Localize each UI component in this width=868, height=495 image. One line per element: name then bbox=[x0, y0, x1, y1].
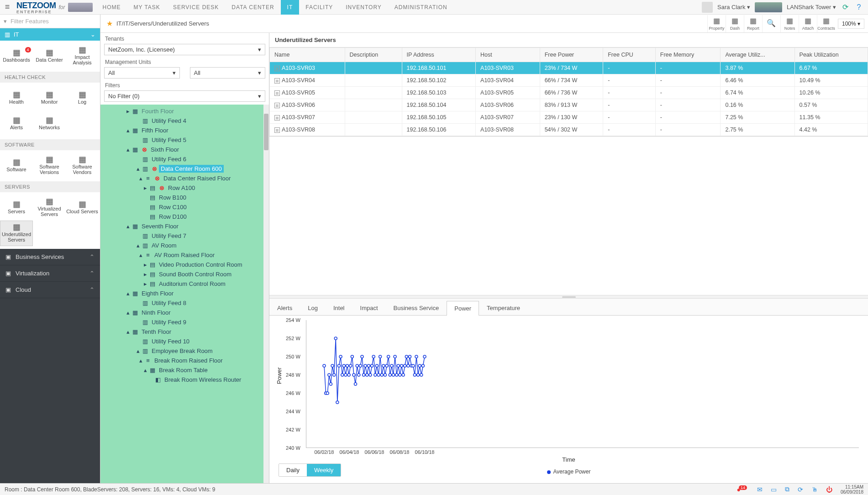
tree-node[interactable]: ▸▤Video Production Control Room bbox=[102, 260, 269, 269]
tree-node[interactable]: ▸▤Auditorium Control Room bbox=[102, 279, 269, 289]
tree-node[interactable]: ▴▦⊗Sixth Floor bbox=[102, 145, 269, 154]
sidebar-item-log[interactable]: ▦Log bbox=[66, 85, 99, 111]
tree-node[interactable]: ▥Utility Feed 7 bbox=[102, 231, 269, 241]
table-row[interactable]: A103-SVR06192.168.50.104A103-SVR0683% / … bbox=[270, 99, 868, 111]
location-dropdown[interactable]: LANShark Tower ▾ bbox=[787, 4, 836, 11]
nav-home[interactable]: HOME bbox=[96, 0, 127, 15]
col-header[interactable]: Description bbox=[345, 48, 402, 62]
tree-node[interactable]: ▴▦Tenth Floor bbox=[102, 327, 269, 337]
tree-node[interactable]: ▥Utility Feed 5 bbox=[102, 135, 269, 145]
nav-data-center[interactable]: DATA CENTER bbox=[225, 0, 280, 15]
toolbar-dash[interactable]: ▦Dash bbox=[726, 15, 744, 32]
sidebar-item-alerts[interactable]: ▦Alerts bbox=[0, 111, 33, 137]
help-icon[interactable]: ? bbox=[854, 3, 863, 12]
tab-temperature[interactable]: Temperature bbox=[479, 300, 528, 315]
tree-node[interactable]: ▸▦Fourth Floor bbox=[102, 106, 269, 116]
tree-node[interactable]: ▤Row D100 bbox=[102, 212, 269, 221]
tab-intel[interactable]: Intel bbox=[326, 300, 352, 315]
sidebar-item-cloud-servers[interactable]: ▦Cloud Servers bbox=[66, 195, 99, 221]
table-row[interactable]: A103-SVR07192.168.50.105A103-SVR0723% / … bbox=[270, 111, 868, 124]
nav-administration[interactable]: ADMINISTRATION bbox=[388, 0, 454, 15]
sidebar-dark-cloud[interactable]: ▣Cloud⌃ bbox=[0, 282, 100, 298]
nav-service-desk[interactable]: SERVICE DESK bbox=[167, 0, 225, 15]
sidebar-dark-business-services[interactable]: ▣Business Services⌃ bbox=[0, 249, 100, 265]
tab-log[interactable]: Log bbox=[300, 300, 326, 315]
table-row[interactable]: A103-SVR08192.168.50.106A103-SVR0854% / … bbox=[270, 124, 868, 136]
toolbar-search[interactable]: 🔍 bbox=[762, 15, 780, 32]
nav-it[interactable]: IT bbox=[281, 0, 300, 15]
tree-node[interactable]: ▴▦Fifth Floor bbox=[102, 126, 269, 135]
tree-node[interactable]: ▴≡AV Room Raised Floor bbox=[102, 250, 269, 260]
filter-features-input[interactable]: ▾ Filter Features bbox=[0, 15, 100, 28]
sidebar-item-software-versions[interactable]: ▦Software Versions bbox=[33, 153, 66, 179]
nav-my-task[interactable]: MY TASK bbox=[127, 0, 167, 15]
col-header[interactable]: IP Address bbox=[402, 48, 475, 62]
mouse-icon[interactable]: 🖱 bbox=[811, 486, 818, 493]
tree-node[interactable]: ▥Utility Feed 8 bbox=[102, 298, 269, 308]
nav-facility[interactable]: FACILITY bbox=[299, 0, 339, 15]
user-name-dropdown[interactable]: Sara Clark ▾ bbox=[717, 4, 750, 11]
tree-node[interactable]: ▤Row C100 bbox=[102, 202, 269, 212]
tree-node[interactable]: ▴≡Break Room Raised Floor bbox=[102, 356, 269, 365]
tree-node[interactable]: ▸▤Sound Booth Control Room bbox=[102, 269, 269, 279]
tree-node[interactable]: ▥Utility Feed 6 bbox=[102, 154, 269, 164]
toolbar-contracts[interactable]: ▦Contracts bbox=[817, 15, 835, 32]
tree-node[interactable]: ▴▥Employee Break Room bbox=[102, 346, 269, 356]
tree-node[interactable]: ▴▦Break Room Table bbox=[102, 365, 269, 375]
toolbar-property[interactable]: ▦Property bbox=[707, 15, 726, 32]
sidebar-dark-virtualization[interactable]: ▣Virtualization⌃ bbox=[0, 265, 100, 282]
tab-power[interactable]: Power bbox=[447, 301, 479, 316]
col-header[interactable]: Average Utiliz... bbox=[721, 48, 794, 62]
range-weekly[interactable]: Weekly bbox=[307, 464, 341, 476]
table-row[interactable]: A103-SVR03192.168.50.101A103-SVR0323% / … bbox=[270, 62, 868, 74]
menu-toggle-icon[interactable]: ≡ bbox=[0, 2, 15, 12]
sidebar-dashboards[interactable]: ▦4Dashboards bbox=[0, 43, 33, 69]
tree-node[interactable]: ▴▦Ninth Floor bbox=[102, 308, 269, 317]
col-header[interactable]: Name bbox=[270, 48, 345, 62]
table-row[interactable]: A103-SVR05192.168.50.103A103-SVR0566% / … bbox=[270, 87, 868, 99]
nav-inventory[interactable]: INVENTORY bbox=[339, 0, 388, 15]
tree-scrollbar[interactable] bbox=[263, 105, 269, 483]
sidebar-impact-analysis[interactable]: ▦Impact Analysis bbox=[66, 43, 99, 69]
power-icon[interactable]: ⏻ bbox=[826, 486, 832, 493]
filter-select[interactable]: No Filter (0)▾ bbox=[104, 90, 265, 102]
tree-node[interactable]: ▴▦Seventh Floor bbox=[102, 221, 269, 231]
toolbar-report[interactable]: ▦Report bbox=[744, 15, 762, 32]
zoom-level[interactable]: 100% ▾ bbox=[838, 19, 864, 29]
toolbar-notes[interactable]: ▦Notes bbox=[780, 15, 799, 32]
tab-alerts[interactable]: Alerts bbox=[269, 300, 300, 315]
tree-node[interactable]: ▴▦Eighth Floor bbox=[102, 289, 269, 298]
tenant-select[interactable]: NetZoom, Inc. (Licensee)▾ bbox=[104, 44, 265, 55]
sidebar-item-underutilized-servers[interactable]: ▦Underutilized Servers bbox=[0, 221, 33, 246]
user-avatar[interactable] bbox=[702, 2, 713, 13]
sidebar-item-health[interactable]: ▦Health bbox=[0, 85, 33, 111]
tree-node[interactable]: ▥Utility Feed 4 bbox=[102, 116, 269, 126]
refresh-icon[interactable]: ⟳ bbox=[841, 3, 850, 12]
tree-node[interactable]: ▸▤⊗Row A100 bbox=[102, 183, 269, 193]
col-header[interactable]: Free CPU bbox=[603, 48, 656, 62]
sidebar-item-monitor[interactable]: ▦Monitor bbox=[33, 85, 66, 111]
sidebar-item-servers[interactable]: ▦Servers bbox=[0, 195, 33, 221]
mu-select-1[interactable]: All▾ bbox=[104, 67, 180, 79]
col-header[interactable]: Peak Utilization bbox=[794, 48, 868, 62]
sidebar-item-software-vendors[interactable]: ▦Software Vendors bbox=[66, 153, 99, 179]
toolbar-attach[interactable]: ▦Attach bbox=[799, 15, 817, 32]
tree-node[interactable]: ◧Break Room Wireless Router bbox=[102, 375, 269, 384]
table-row[interactable]: A103-SVR04192.168.50.102A103-SVR0466% / … bbox=[270, 74, 868, 87]
sidebar-item-virtualized-servers[interactable]: ▦Virtualized Servers bbox=[33, 195, 66, 221]
sidebar-item-software[interactable]: ▦Software bbox=[0, 153, 33, 179]
sidebar-section-it[interactable]: ▥ IT ⌄ bbox=[0, 28, 100, 41]
tree-node[interactable]: ▴▥AV Room bbox=[102, 241, 269, 250]
tree-node[interactable]: ▴▥⊗Data Center Room 600 bbox=[102, 164, 269, 174]
sync-icon[interactable]: ⟳ bbox=[798, 486, 803, 493]
tree-node[interactable]: ▥Utility Feed 10 bbox=[102, 337, 269, 346]
favorite-star-icon[interactable]: ★ bbox=[106, 19, 113, 28]
tab-business-service[interactable]: Business Service bbox=[386, 300, 447, 315]
col-header[interactable]: Free Memory bbox=[655, 48, 721, 62]
sidebar-item-networks[interactable]: ▦Networks bbox=[33, 111, 66, 137]
tree-node[interactable]: ▤Row B100 bbox=[102, 193, 269, 202]
sidebar-data-center[interactable]: ▦Data Center bbox=[33, 43, 66, 69]
range-daily[interactable]: Daily bbox=[279, 464, 307, 476]
mail-icon[interactable]: ✉ bbox=[757, 486, 763, 493]
col-header[interactable]: Free Power bbox=[540, 48, 603, 62]
